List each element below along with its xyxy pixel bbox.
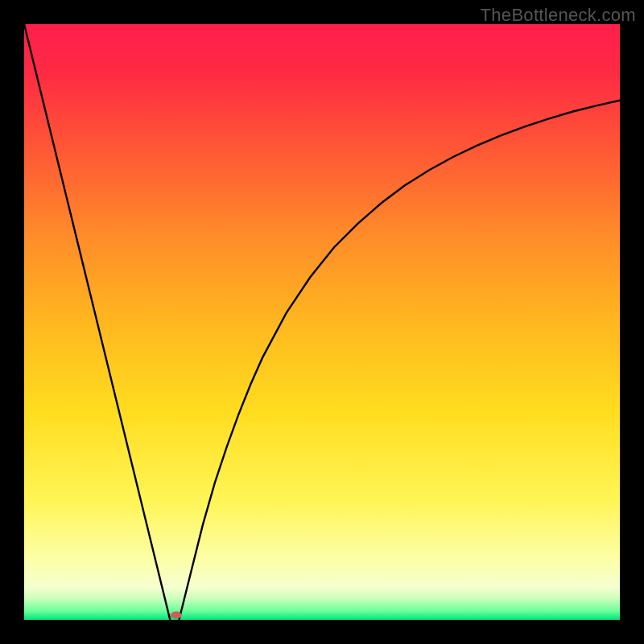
marker-dot xyxy=(171,612,182,619)
chart-svg xyxy=(24,24,620,620)
gradient-background xyxy=(24,24,620,620)
plot-area xyxy=(24,24,620,620)
watermark-text: TheBottleneck.com xyxy=(481,5,636,26)
chart-frame: TheBottleneck.com xyxy=(0,0,644,644)
